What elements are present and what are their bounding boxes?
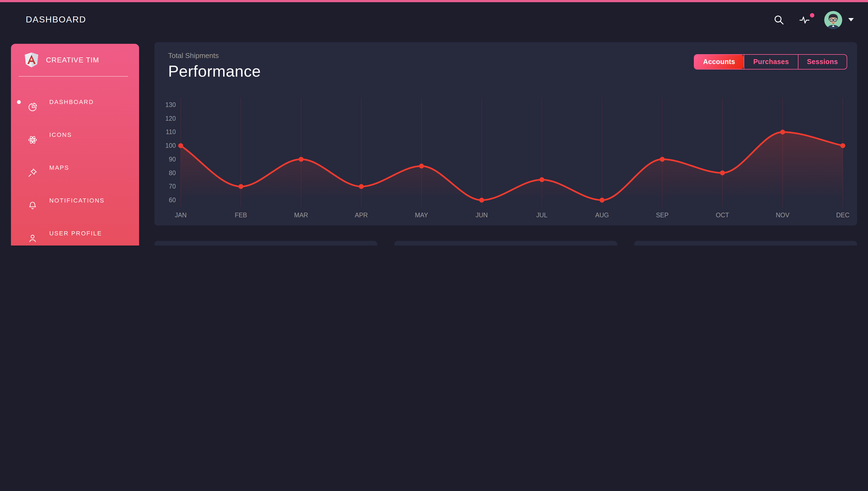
sidebar-brand[interactable]: CREATIVE TIM [11,44,139,68]
sidebar: CREATIVE TIM DASHBOARD [11,44,139,246]
svg-text:JUL: JUL [536,211,548,219]
sidebar-item-notifications[interactable]: NOTIFICATIONS [11,184,139,217]
sidebar-item-icons[interactable]: ICONS [11,118,139,151]
navbar-actions [773,11,854,29]
page-title: DASHBOARD [26,15,86,25]
sessions-button[interactable]: Sessions [797,55,847,69]
stat-category: Daily Sales [394,241,617,246]
svg-text:60: 60 [169,197,176,204]
active-dot [17,100,21,104]
svg-text:70: 70 [169,183,176,190]
stat-cards-row: Total Shipments 763,215 JULAUGSEPOCTNOVD… [155,241,857,246]
svg-text:AUG: AUG [595,211,609,219]
search-button[interactable] [773,14,785,25]
activity-icon [798,14,811,25]
notifications-button[interactable] [798,14,811,25]
notification-dot [810,13,814,18]
svg-text:MAR: MAR [294,211,308,219]
sidebar-item-label: MAPS [49,164,69,171]
sidebar-item-label: USER PROFILE [49,230,102,236]
angular-logo-icon [24,52,39,68]
dashboard-page: DASHBOARD [0,0,868,246]
svg-text:90: 90 [169,156,176,163]
svg-text:130: 130 [165,101,176,108]
search-icon [773,14,785,25]
svg-text:FEB: FEB [235,211,247,219]
svg-text:JAN: JAN [175,211,187,219]
accounts-button[interactable]: Accounts [694,55,744,69]
caret-down-icon [848,18,854,21]
svg-text:100: 100 [165,142,176,149]
sidebar-divider [19,76,128,77]
svg-text:110: 110 [166,128,176,136]
svg-text:DEC: DEC [836,211,849,219]
sidebar-item-label: DASHBOARD [49,98,94,105]
performance-card: Total Shipments Performance Accounts Pur… [155,42,857,226]
chart-filter-button-group: Accounts Purchases Sessions [694,54,847,69]
stat-category: Completed Tasks [634,241,857,246]
svg-text:OCT: OCT [716,211,729,219]
sidebar-item-user-profile[interactable]: USER PROFILE [11,217,139,246]
performance-chart: JANFEBMARAPRMAYJUNJULAUGSEPOCTNOVDEC6070… [161,91,849,221]
svg-text:APR: APR [355,211,368,219]
svg-text:JUN: JUN [476,211,488,219]
svg-text:NOV: NOV [776,211,790,219]
svg-text:MAY: MAY [415,211,428,219]
top-accent-bar [0,0,868,2]
sidebar-item-label: ICONS [49,132,72,138]
navbar: DASHBOARD [0,2,868,37]
avatar [824,11,842,29]
total-shipments-card: Total Shipments 763,215 JULAUGSEPOCTNOVD… [155,241,377,246]
sidebar-item-label: NOTIFICATIONS [49,197,105,204]
sidebar-nav: DASHBOARD ICONS [11,85,139,246]
sidebar-item-dashboard[interactable]: DASHBOARD [11,85,139,118]
purchases-button[interactable]: Purchases [744,55,797,69]
stat-category: Total Shipments [155,241,377,246]
sidebar-item-maps[interactable]: MAPS [11,151,139,184]
svg-text:80: 80 [169,169,176,176]
completed-tasks-card: Completed Tasks 12,100K JULAUGSEPOCTNOV0… [634,241,857,246]
user-menu-button[interactable] [824,11,854,29]
daily-sales-card: Daily Sales 3,500€ USAGERAUS [394,241,617,246]
brand-name: CREATIVE TIM [46,56,99,64]
svg-text:120: 120 [165,115,176,122]
svg-text:SEP: SEP [656,211,669,219]
